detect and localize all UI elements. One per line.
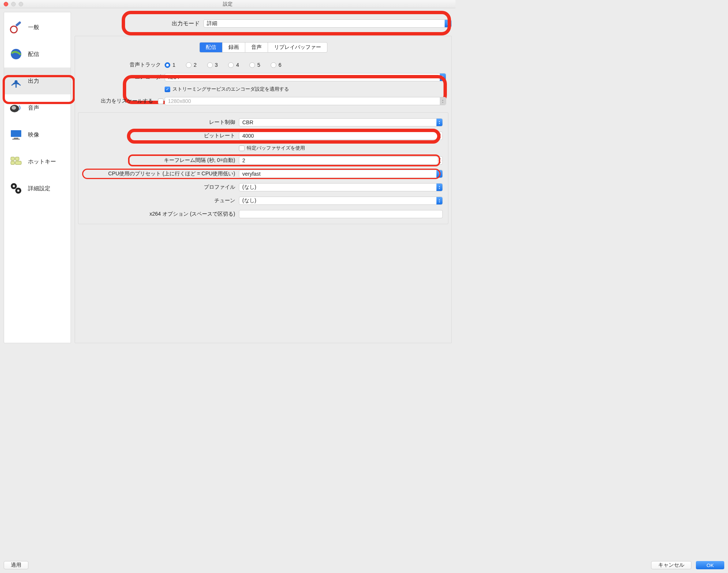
custom-buffer-label: 特定バッファサイズを使用: [247, 145, 305, 151]
sidebar-item-label: 詳細設定: [28, 185, 50, 192]
chevron-updown-icon: [436, 197, 442, 204]
radio-icon: [271, 62, 276, 68]
rescale-checkbox[interactable]: [158, 98, 164, 104]
sidebar-item-label: 出力: [28, 78, 39, 85]
gears-icon: [8, 180, 24, 197]
rate-control-label: レート制御: [78, 119, 239, 126]
audio-track-6[interactable]: 6: [271, 62, 281, 68]
apply-service-checkbox[interactable]: ✓: [165, 87, 170, 92]
radio-icon: [228, 62, 234, 68]
sidebar-item-output[interactable]: 出力: [4, 68, 71, 94]
chevron-updown-icon: [440, 73, 446, 81]
streaming-form: 音声トラック 1 2 3 4 5 6 エンコーダ: [75, 59, 451, 224]
titlebar: 設定: [0, 0, 455, 8]
bitrate-input[interactable]: 4000 ▲▼: [239, 132, 443, 140]
tab-replay-buffer[interactable]: リプレイバッファー: [268, 43, 327, 52]
svg-rect-10: [11, 157, 15, 160]
tune-select[interactable]: (なし): [239, 197, 443, 205]
keyboard-icon: [8, 153, 24, 170]
svg-rect-9: [12, 139, 20, 140]
rescale-select: 1280x800: [165, 97, 446, 105]
sidebar-item-general[interactable]: 一般: [4, 14, 71, 41]
chevron-updown-icon: [436, 119, 442, 126]
sidebar-item-label: ホットキー: [28, 158, 56, 165]
cpu-preset-select[interactable]: veryfast: [239, 170, 443, 178]
svg-point-0: [10, 26, 17, 33]
bitrate-label: ビットレート: [78, 132, 239, 139]
audio-track-5[interactable]: 5: [249, 62, 260, 68]
chevron-updown-icon: [436, 170, 442, 178]
radio-icon: [207, 62, 213, 68]
output-mode-select[interactable]: 詳細: [203, 19, 452, 28]
output-mode-value: 詳細: [207, 20, 217, 27]
svg-rect-12: [11, 161, 15, 165]
main-panel: 出力モード 詳細 配信 録画 音声 リプレイバッファー 音声トラック: [75, 12, 452, 343]
audio-track-3[interactable]: 3: [207, 62, 218, 68]
spinner-icon[interactable]: ▲▼: [437, 132, 442, 140]
wrench-icon: [8, 19, 24, 35]
custom-buffer-checkbox[interactable]: [239, 145, 245, 151]
audio-track-label: 音声トラック: [75, 62, 165, 68]
svg-point-17: [17, 190, 19, 192]
rescale-label: 出力をリスケールする: [75, 98, 157, 104]
output-mode-row: 出力モード 詳細: [75, 12, 452, 36]
sidebar-item-advanced[interactable]: 詳細設定: [4, 175, 71, 202]
monitor-icon: [8, 126, 24, 143]
sidebar-item-label: 配信: [28, 51, 39, 58]
keyframe-label: キーフレーム間隔 (秒, 0=自動): [78, 157, 239, 164]
svg-rect-7: [11, 130, 21, 137]
radio-icon: [165, 62, 170, 68]
chevron-updown-icon: [440, 97, 446, 105]
sidebar-item-stream[interactable]: 配信: [4, 41, 71, 68]
svg-rect-8: [14, 138, 18, 139]
radio-icon: [249, 62, 255, 68]
profile-label: プロファイル: [78, 184, 239, 191]
radio-icon: [186, 62, 192, 68]
sidebar-item-label: 一般: [28, 24, 39, 31]
tab-audio[interactable]: 音声: [245, 43, 268, 52]
output-mode-label: 出力モード: [75, 20, 203, 27]
audio-track-1[interactable]: 1: [165, 62, 175, 68]
spinner-icon[interactable]: ▲▼: [437, 157, 442, 164]
tune-label: チューン: [78, 197, 239, 204]
audio-track-4[interactable]: 4: [228, 62, 239, 68]
window-title: 設定: [0, 1, 455, 7]
cpu-preset-label: CPU使用のプリセット (上に行くほど = CPU使用低い): [78, 170, 239, 177]
content-area: 配信 録画 音声 リプレイバッファー 音声トラック 1 2 3 4: [75, 36, 452, 343]
svg-rect-1: [15, 21, 21, 27]
sidebar-item-audio[interactable]: 音声: [4, 94, 71, 121]
speaker-icon: [8, 100, 24, 116]
keyframe-input[interactable]: 2 ▲▼: [239, 156, 443, 165]
broadcast-icon: [8, 73, 24, 89]
encoder-select[interactable]: x264: [165, 73, 446, 81]
sidebar-item-hotkeys[interactable]: ホットキー: [4, 148, 71, 175]
svg-point-6: [12, 106, 16, 110]
tab-streaming[interactable]: 配信: [200, 43, 223, 52]
sidebar-item-video[interactable]: 映像: [4, 121, 71, 148]
rate-control-select[interactable]: CBR: [239, 118, 443, 126]
sidebar: 一般 配信 出力 音声 映像: [4, 12, 71, 343]
encoder-label: エンコーダ: [75, 74, 165, 81]
sidebar-item-label: 音声: [28, 104, 39, 112]
apply-service-label: ストリーミングサービスのエンコーダ設定を適用する: [172, 86, 289, 93]
svg-point-15: [13, 185, 15, 187]
svg-rect-11: [15, 157, 19, 160]
chevron-updown-icon: [436, 184, 442, 191]
audio-track-2[interactable]: 2: [186, 62, 197, 68]
x264-opts-label: x264 オプション (スペースで区切る): [78, 211, 239, 217]
output-tabs: 配信 録画 音声 リプレイバッファー: [199, 42, 327, 53]
profile-select[interactable]: (なし): [239, 183, 443, 191]
tab-recording[interactable]: 録画: [223, 43, 245, 52]
encoder-settings-group: レート制御 CBR ビットレート 4000: [78, 112, 448, 224]
audio-track-group: 1 2 3 4 5 6: [165, 62, 281, 68]
chevron-updown-icon: [445, 20, 451, 27]
x264-opts-input[interactable]: [239, 210, 443, 218]
globe-icon: [8, 46, 24, 62]
sidebar-item-label: 映像: [28, 131, 39, 138]
svg-rect-13: [15, 161, 21, 165]
